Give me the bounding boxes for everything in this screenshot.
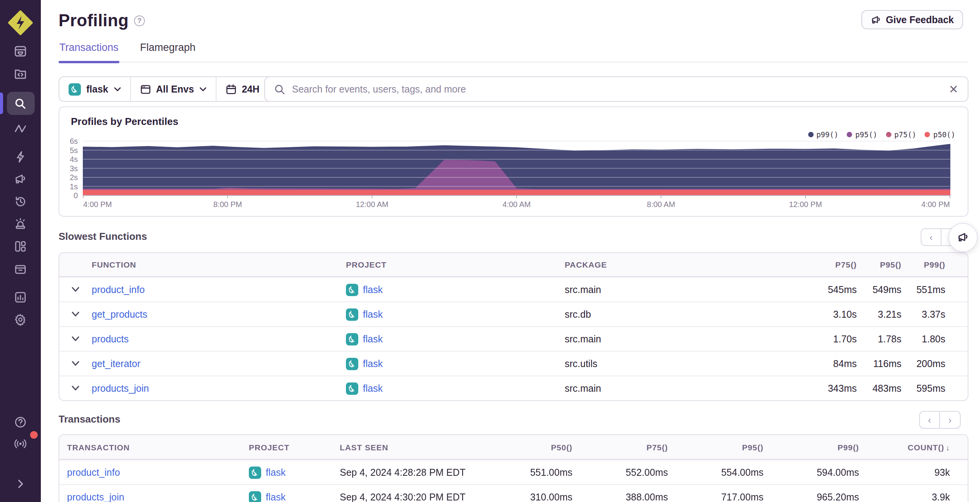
col-p75: P75() xyxy=(795,260,857,269)
prev-page-button[interactable]: ‹ xyxy=(919,411,940,429)
transactions-table: TRANSACTION PROJECT LAST SEEN P50() P75(… xyxy=(59,434,968,502)
issues-icon xyxy=(14,44,27,57)
broadcast-icon xyxy=(14,437,27,450)
sidebar-item-issues[interactable] xyxy=(7,42,34,60)
table-row: products flask src.main 1.70s 1.78s 1.80… xyxy=(59,326,968,351)
last-seen-cell: Sep 4, 2024 4:28:28 PM EDT xyxy=(340,467,488,478)
percentiles-area-chart[interactable]: 4:00 PM8:00 PM12:00 AM4:00 AM8:00 AM12:0… xyxy=(59,107,969,217)
p95-cell: 717.00ms xyxy=(668,492,764,502)
sidebar-item-alerts[interactable] xyxy=(7,214,34,233)
floating-feedback-button[interactable] xyxy=(948,223,978,252)
col-p95: P95() xyxy=(668,442,764,451)
clear-search-icon[interactable]: ✕ xyxy=(949,83,958,95)
svg-text:2s: 2s xyxy=(70,173,78,182)
give-feedback-button[interactable]: Give Feedback xyxy=(861,10,963,29)
project-link[interactable]: flask xyxy=(363,383,383,394)
flask-project-icon xyxy=(346,382,358,394)
flask-project-icon xyxy=(346,357,358,370)
sidebar-item-quick-start[interactable] xyxy=(7,147,34,166)
title-help-icon[interactable]: ? xyxy=(134,15,145,26)
next-page-button[interactable]: › xyxy=(940,411,961,429)
search-input[interactable] xyxy=(292,84,942,94)
function-link[interactable]: products_join xyxy=(92,383,346,394)
sidebar-item-explore[interactable] xyxy=(7,92,34,115)
sidebar-collapse-button[interactable] xyxy=(7,474,34,493)
transaction-link[interactable]: products_join xyxy=(59,492,249,502)
dashboard-icon xyxy=(14,239,27,253)
p99-cell: 200ms xyxy=(901,358,968,369)
package-cell: src.utils xyxy=(565,358,795,369)
gear-icon xyxy=(14,313,27,326)
sidebar-bottom xyxy=(0,409,41,493)
count-cell: 93k xyxy=(859,467,968,478)
sidebar-item-replays[interactable] xyxy=(7,192,34,211)
svg-text:0: 0 xyxy=(74,191,78,200)
col-count[interactable]: COUNT()↓ xyxy=(859,442,968,451)
p99-cell: 594.00ms xyxy=(764,467,859,478)
sidebar-item-traces[interactable] xyxy=(7,119,34,137)
table-row: get_products flask src.db 3.10s 3.21s 3.… xyxy=(59,302,968,326)
flask-project-icon xyxy=(346,283,358,296)
project-link[interactable]: flask xyxy=(266,492,285,502)
project-link[interactable]: flask xyxy=(363,284,383,295)
p75-cell: 1.70s xyxy=(795,334,857,344)
svg-text:8:00 PM: 8:00 PM xyxy=(213,200,242,209)
search-icon xyxy=(14,97,27,110)
expand-row-button[interactable] xyxy=(59,287,92,292)
svg-text:3s: 3s xyxy=(70,164,78,173)
search-bar: ✕ xyxy=(264,76,968,102)
col-p50: P50() xyxy=(488,442,572,451)
col-p95: P95() xyxy=(857,260,901,269)
p99-cell: 965.20ms xyxy=(764,492,859,502)
environment-filter[interactable]: All Envs xyxy=(130,77,216,101)
p95-cell: 483ms xyxy=(857,383,901,394)
profiles-by-percentiles-card: Profiles by Percentiles p99()p95()p75()p… xyxy=(59,106,968,217)
sentry-logo[interactable] xyxy=(8,10,33,35)
p99-cell: 595ms xyxy=(901,383,968,394)
project-link[interactable]: flask xyxy=(363,334,383,344)
expand-row-button[interactable] xyxy=(59,361,92,366)
function-link[interactable]: product_info xyxy=(92,284,346,295)
tab-flamegraph[interactable]: Flamegraph xyxy=(139,40,196,62)
trace-zigzag-icon xyxy=(14,121,27,135)
svg-text:12:00 PM: 12:00 PM xyxy=(789,200,822,209)
table-row: get_iterator flask src.utils 84ms 116ms … xyxy=(59,351,968,376)
transactions-header-row: TRANSACTION PROJECT LAST SEEN P50() P75(… xyxy=(59,435,968,460)
sort-desc-icon: ↓ xyxy=(946,443,950,451)
project-link[interactable]: flask xyxy=(363,358,383,369)
p75-cell: 545ms xyxy=(795,284,857,295)
sidebar-item-stats[interactable] xyxy=(7,288,34,306)
project-filter[interactable]: flask xyxy=(59,77,130,101)
sidebar-item-projects[interactable] xyxy=(7,64,34,83)
sidebar-item-dashboards[interactable] xyxy=(7,237,34,255)
p99-cell: 3.37s xyxy=(901,309,968,320)
col-p75: P75() xyxy=(572,442,668,451)
sidebar-item-settings[interactable] xyxy=(7,310,34,328)
function-link[interactable]: products xyxy=(92,334,346,344)
expand-row-button[interactable] xyxy=(59,312,92,317)
flask-project-icon xyxy=(346,333,358,345)
prev-page-button[interactable]: ‹ xyxy=(921,228,941,246)
sidebar xyxy=(0,0,41,502)
col-package: PACKAGE xyxy=(565,260,795,269)
sidebar-item-help[interactable] xyxy=(7,413,34,431)
svg-text:4:00 AM: 4:00 AM xyxy=(502,200,530,209)
count-cell: 3.9k xyxy=(859,492,968,502)
package-cell: src.main xyxy=(565,383,795,394)
project-filter-label: flask xyxy=(86,84,108,94)
function-link[interactable]: get_iterator xyxy=(92,358,346,369)
expand-row-button[interactable] xyxy=(59,386,92,391)
tab-transactions[interactable]: Transactions xyxy=(59,40,119,62)
project-link[interactable]: flask xyxy=(266,467,285,478)
transaction-link[interactable]: product_info xyxy=(59,467,249,478)
sidebar-item-whats-new[interactable] xyxy=(7,434,34,453)
project-link[interactable]: flask xyxy=(363,309,383,320)
function-link[interactable]: get_products xyxy=(92,309,346,320)
sidebar-item-feedback[interactable] xyxy=(7,170,34,188)
sidebar-item-releases[interactable] xyxy=(7,259,34,278)
chevron-down-icon xyxy=(114,87,121,91)
p50-cell: 551.00ms xyxy=(488,467,572,478)
p75-cell: 84ms xyxy=(795,358,857,369)
expand-row-button[interactable] xyxy=(59,336,92,342)
lightning-icon xyxy=(14,150,27,163)
